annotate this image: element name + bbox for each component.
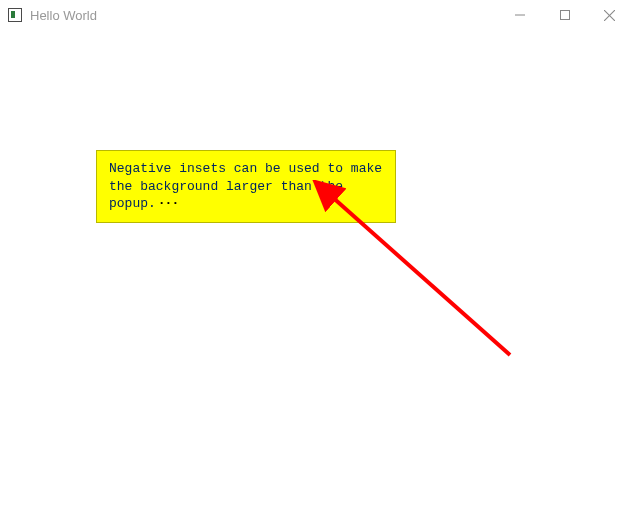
app-icon <box>8 8 22 22</box>
window-title: Hello World <box>30 8 497 23</box>
close-button[interactable] <box>587 0 632 30</box>
ellipsis-icon: ··· <box>158 195 178 213</box>
titlebar: Hello World <box>0 0 640 30</box>
window-controls <box>497 0 632 30</box>
popup-tooltip: Negative insets can be used to make the … <box>96 150 396 223</box>
maximize-button[interactable] <box>542 0 587 30</box>
svg-rect-1 <box>560 11 569 20</box>
popup-text: Negative insets can be used to make the … <box>109 160 383 213</box>
content-area: Negative insets can be used to make the … <box>0 30 640 509</box>
minimize-button[interactable] <box>497 0 542 30</box>
